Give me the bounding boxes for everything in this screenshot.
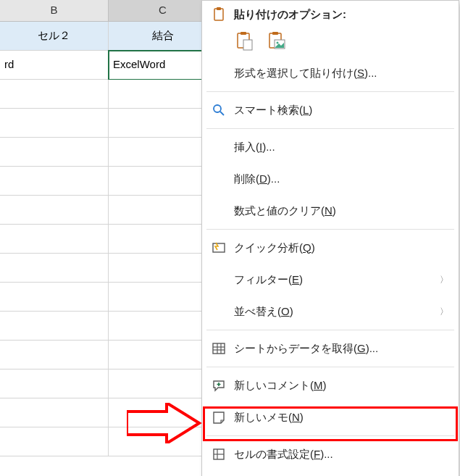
quick-analysis-icon	[209, 241, 228, 255]
empty-cell[interactable]	[0, 312, 109, 341]
comment-icon	[209, 378, 228, 393]
empty-cell[interactable]	[0, 254, 109, 283]
separator	[206, 229, 454, 230]
paste-special-label: 形式を選択して貼り付け(S)...	[228, 67, 448, 80]
paste-button[interactable]	[234, 29, 256, 54]
format-cells-label: セルの書式設定(F)...	[228, 448, 448, 462]
format-cells-icon	[209, 447, 228, 462]
note-icon	[209, 410, 228, 425]
new-note-label: 新しいメモ(N)	[228, 411, 448, 425]
separator	[206, 435, 454, 436]
new-note-item[interactable]: 新しいメモ(N)	[202, 401, 459, 433]
paste-options-header: 貼り付けのオプション:	[202, 4, 459, 25]
chevron-right-icon: 〉	[440, 274, 448, 286]
separator	[206, 128, 454, 129]
empty-cell[interactable]	[0, 341, 109, 369]
empty-cell[interactable]	[0, 138, 109, 167]
smart-lookup-item[interactable]: スマート検索(L)	[202, 94, 459, 126]
svg-rect-6	[272, 32, 278, 35]
separator	[206, 91, 454, 92]
sort-item[interactable]: 並べ替え(O) 〉	[202, 296, 459, 327]
empty-cell[interactable]	[0, 167, 109, 196]
empty-cell[interactable]	[0, 369, 109, 398]
svg-line-10	[220, 112, 224, 115]
filter-item[interactable]: フィルター(E) 〉	[202, 264, 459, 296]
separator	[206, 367, 454, 367]
empty-cell[interactable]	[0, 80, 109, 109]
empty-cell[interactable]	[0, 398, 109, 427]
data-row: rd ExcelWord	[0, 51, 203, 80]
dropdown-list-item[interactable]: ドロップダウン リストから選択(K)...	[202, 470, 459, 476]
svg-point-9	[214, 105, 221, 112]
column-headers: B C	[0, 0, 203, 22]
empty-cell[interactable]	[0, 225, 109, 254]
header-row: セル２ 結合	[0, 22, 203, 51]
svg-point-8	[277, 42, 279, 44]
paste-special-item[interactable]: 形式を選択して貼り付け(S)...	[202, 57, 459, 89]
empty-cell[interactable]	[0, 283, 109, 312]
cell-b2[interactable]: rd	[0, 51, 109, 80]
spreadsheet-grid: B C セル２ 結合 rd ExcelWord	[0, 0, 203, 456]
clipboard-icon	[209, 7, 228, 22]
quick-analysis-item[interactable]: クイック分析(Q)	[202, 232, 459, 264]
sort-label: 並べ替え(O)	[228, 305, 440, 319]
search-icon	[209, 103, 228, 117]
insert-item[interactable]: 挿入(I)...	[202, 131, 459, 163]
col-header-b[interactable]: B	[0, 0, 109, 21]
svg-rect-3	[241, 32, 246, 35]
quick-analysis-label: クイック分析(Q)	[228, 241, 448, 255]
separator	[206, 330, 454, 330]
delete-label: 削除(D)...	[228, 172, 448, 186]
paste-options-row	[202, 25, 459, 57]
paste-options-label: 貼り付けのオプション:	[228, 8, 448, 22]
clear-label: 数式と値のクリア(N)	[228, 204, 448, 218]
clear-item[interactable]: 数式と値のクリア(N)	[202, 195, 459, 227]
svg-rect-1	[217, 7, 221, 10]
insert-label: 挿入(I)...	[228, 141, 448, 154]
svg-rect-4	[243, 40, 252, 50]
empty-cell[interactable]	[0, 196, 109, 225]
smart-lookup-label: スマート検索(L)	[228, 104, 448, 117]
empty-cell[interactable]	[0, 109, 109, 138]
table-icon	[209, 341, 228, 356]
get-data-item[interactable]: シートからデータを取得(G)...	[202, 333, 459, 364]
new-comment-item[interactable]: 新しいコメント(M)	[202, 369, 459, 401]
paste-picture-button[interactable]	[266, 29, 288, 54]
empty-cell[interactable]	[0, 427, 109, 456]
svg-rect-11	[213, 243, 225, 252]
chevron-right-icon: 〉	[440, 306, 448, 318]
filter-label: フィルター(E)	[228, 273, 440, 287]
get-data-label: シートからデータを取得(G)...	[228, 342, 448, 356]
svg-rect-0	[214, 9, 223, 20]
delete-item[interactable]: 削除(D)...	[202, 163, 459, 195]
new-comment-label: 新しいコメント(M)	[228, 379, 448, 393]
context-menu: 貼り付けのオプション: 形式を選択して貼り付け(S)... スマート検索(L) …	[201, 0, 459, 476]
svg-rect-12	[213, 343, 225, 354]
format-cells-item[interactable]: セルの書式設定(F)...	[202, 438, 459, 470]
cell-b1[interactable]: セル２	[0, 22, 109, 51]
